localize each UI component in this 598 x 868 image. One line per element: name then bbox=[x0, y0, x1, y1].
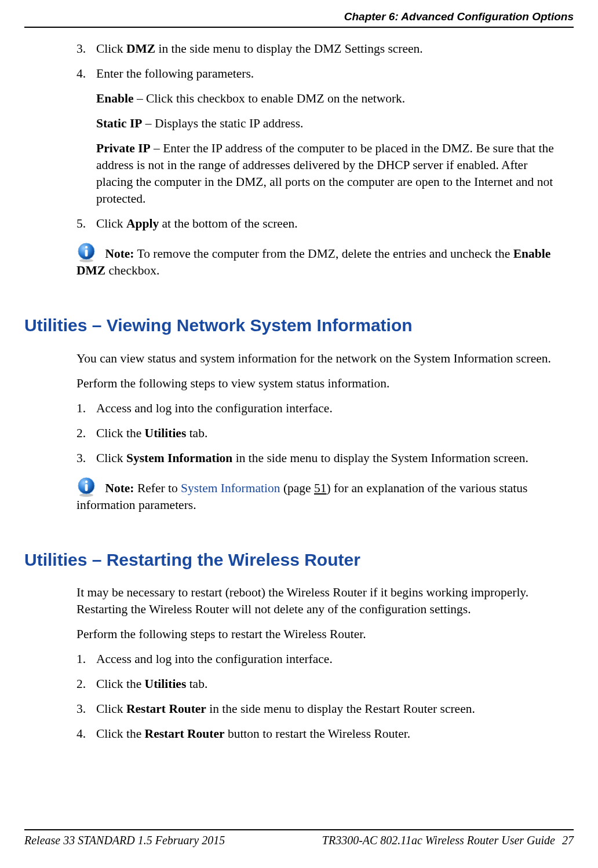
heading-utilities-restart: Utilities – Restarting the Wireless Rout… bbox=[24, 548, 562, 572]
step-text: Click Apply at the bottom of the screen. bbox=[96, 217, 298, 230]
svg-rect-3 bbox=[85, 250, 88, 257]
step-number: 2. bbox=[76, 425, 86, 442]
step-text: Click the Utilities tab. bbox=[96, 677, 207, 691]
note-dmz: Note: To remove the computer from the DM… bbox=[76, 243, 562, 279]
footer-left: Release 33 STANDARD 1.5 February 2015 bbox=[24, 834, 225, 847]
para: You can view status and system informati… bbox=[76, 350, 562, 367]
step-text: Click the Utilities tab. bbox=[96, 426, 207, 440]
footer-right: TR3300-AC 802.11ac Wireless Router User … bbox=[322, 834, 574, 847]
step-number: 3. bbox=[76, 41, 86, 57]
step-number: 5. bbox=[76, 215, 86, 232]
param-private-ip: Private IP – Enter the IP address of the… bbox=[96, 140, 562, 207]
svg-point-2 bbox=[85, 246, 87, 248]
para: It may be necessary to restart (reboot) … bbox=[76, 584, 562, 618]
para: Perform the following steps to view syst… bbox=[76, 375, 562, 392]
info-icon bbox=[76, 243, 96, 262]
step-4: 4. Click the Restart Router button to re… bbox=[76, 726, 562, 742]
page-number: 27 bbox=[562, 834, 574, 847]
step-text: Click Restart Router in the side menu to… bbox=[96, 702, 475, 716]
step-3: 3. Click DMZ in the side menu to display… bbox=[76, 41, 562, 57]
note-label: Note: bbox=[105, 481, 134, 495]
step-4: 4. Enter the following parameters. Enabl… bbox=[76, 65, 562, 207]
page-footer: Release 33 STANDARD 1.5 February 2015 TR… bbox=[24, 829, 574, 847]
step-5: 5. Click Apply at the bottom of the scre… bbox=[76, 215, 562, 232]
step-text: Click the Restart Router button to resta… bbox=[96, 727, 410, 741]
step-2: 2. Click the Utilities tab. bbox=[76, 425, 562, 442]
step-number: 4. bbox=[76, 65, 86, 82]
param-enable: Enable – Click this checkbox to enable D… bbox=[96, 90, 562, 107]
step-text: Access and log into the configuration in… bbox=[96, 652, 333, 666]
step-3: 3. Click System Information in the side … bbox=[76, 450, 562, 467]
step-number: 1. bbox=[76, 400, 86, 417]
step-3: 3. Click Restart Router in the side menu… bbox=[76, 701, 562, 717]
step-number: 2. bbox=[76, 676, 86, 693]
note-sysinfo: Note: Refer to System Information (page … bbox=[76, 477, 562, 514]
heading-utilities-system-info: Utilities – Viewing Network System Infor… bbox=[24, 314, 562, 338]
step-number: 3. bbox=[76, 701, 86, 717]
link-page-51[interactable]: 51 bbox=[314, 481, 327, 495]
link-system-information[interactable]: System Information bbox=[181, 481, 280, 495]
step-2: 2. Click the Utilities tab. bbox=[76, 676, 562, 693]
para: Perform the following steps to restart t… bbox=[76, 626, 562, 643]
step-number: 1. bbox=[76, 651, 86, 668]
step-number: 4. bbox=[76, 726, 86, 742]
step-text: Enter the following parameters. bbox=[96, 67, 254, 80]
dmz-steps: 3. Click DMZ in the side menu to display… bbox=[76, 41, 562, 232]
step-1: 1. Access and log into the configuration… bbox=[76, 651, 562, 668]
svg-point-6 bbox=[85, 481, 87, 483]
step-number: 3. bbox=[76, 450, 86, 467]
restart-steps: 1. Access and log into the configuration… bbox=[76, 651, 562, 742]
param-static-ip: Static IP – Displays the static IP addre… bbox=[96, 115, 562, 132]
note-label: Note: bbox=[105, 247, 134, 261]
step-text: Click DMZ in the side menu to display th… bbox=[96, 42, 423, 56]
info-icon bbox=[76, 477, 96, 497]
step-1: 1. Access and log into the configuration… bbox=[76, 400, 562, 417]
svg-rect-7 bbox=[85, 484, 88, 491]
chapter-header: Chapter 6: Advanced Configuration Option… bbox=[24, 10, 574, 23]
sysinfo-steps: 1. Access and log into the configuration… bbox=[76, 400, 562, 467]
step-text: Access and log into the configuration in… bbox=[96, 401, 333, 415]
step-text: Click System Information in the side men… bbox=[96, 451, 528, 465]
footer-rule bbox=[24, 829, 574, 830]
